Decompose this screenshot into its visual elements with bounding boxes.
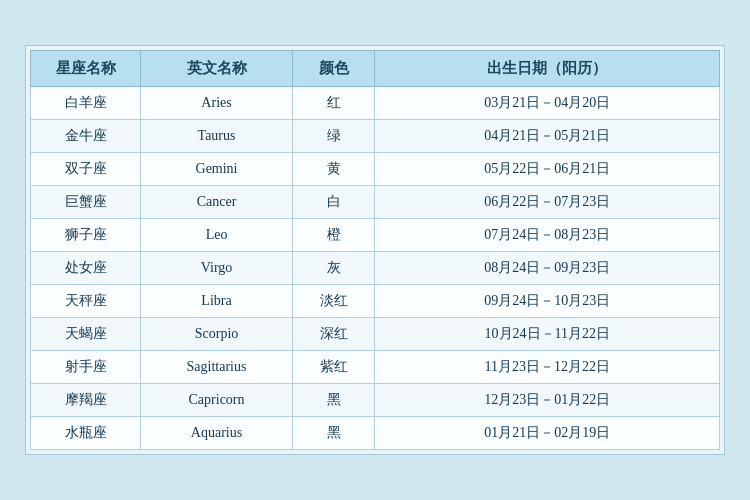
cell-color: 红 xyxy=(292,87,375,120)
cell-color: 淡红 xyxy=(292,285,375,318)
cell-english-name: Libra xyxy=(141,285,293,318)
cell-color: 深红 xyxy=(292,318,375,351)
cell-color: 黄 xyxy=(292,153,375,186)
cell-english-name: Aries xyxy=(141,87,293,120)
table-row: 双子座Gemini黄05月22日－06月21日 xyxy=(31,153,720,186)
cell-birth-dates: 06月22日－07月23日 xyxy=(375,186,720,219)
header-chinese-name: 星座名称 xyxy=(31,51,141,87)
table-row: 狮子座Leo橙07月24日－08月23日 xyxy=(31,219,720,252)
header-color: 颜色 xyxy=(292,51,375,87)
cell-chinese-name: 狮子座 xyxy=(31,219,141,252)
zodiac-table: 星座名称 英文名称 颜色 出生日期（阳历） 白羊座Aries红03月21日－04… xyxy=(30,50,720,450)
cell-birth-dates: 05月22日－06月21日 xyxy=(375,153,720,186)
table-row: 白羊座Aries红03月21日－04月20日 xyxy=(31,87,720,120)
cell-birth-dates: 11月23日－12月22日 xyxy=(375,351,720,384)
cell-chinese-name: 白羊座 xyxy=(31,87,141,120)
cell-birth-dates: 01月21日－02月19日 xyxy=(375,417,720,450)
cell-chinese-name: 天秤座 xyxy=(31,285,141,318)
cell-chinese-name: 巨蟹座 xyxy=(31,186,141,219)
cell-chinese-name: 射手座 xyxy=(31,351,141,384)
cell-color: 紫红 xyxy=(292,351,375,384)
cell-chinese-name: 水瓶座 xyxy=(31,417,141,450)
cell-birth-dates: 12月23日－01月22日 xyxy=(375,384,720,417)
cell-birth-dates: 09月24日－10月23日 xyxy=(375,285,720,318)
header-english-name: 英文名称 xyxy=(141,51,293,87)
cell-color: 黑 xyxy=(292,417,375,450)
cell-color: 橙 xyxy=(292,219,375,252)
cell-english-name: Cancer xyxy=(141,186,293,219)
zodiac-table-container: 星座名称 英文名称 颜色 出生日期（阳历） 白羊座Aries红03月21日－04… xyxy=(25,45,725,455)
cell-color: 黑 xyxy=(292,384,375,417)
table-row: 天蝎座Scorpio深红10月24日－11月22日 xyxy=(31,318,720,351)
cell-birth-dates: 07月24日－08月23日 xyxy=(375,219,720,252)
cell-chinese-name: 天蝎座 xyxy=(31,318,141,351)
cell-birth-dates: 04月21日－05月21日 xyxy=(375,120,720,153)
table-row: 水瓶座Aquarius黑01月21日－02月19日 xyxy=(31,417,720,450)
cell-chinese-name: 处女座 xyxy=(31,252,141,285)
cell-english-name: Leo xyxy=(141,219,293,252)
cell-english-name: Scorpio xyxy=(141,318,293,351)
cell-birth-dates: 08月24日－09月23日 xyxy=(375,252,720,285)
table-header-row: 星座名称 英文名称 颜色 出生日期（阳历） xyxy=(31,51,720,87)
table-row: 处女座Virgo灰08月24日－09月23日 xyxy=(31,252,720,285)
cell-english-name: Aquarius xyxy=(141,417,293,450)
cell-english-name: Gemini xyxy=(141,153,293,186)
table-row: 巨蟹座Cancer白06月22日－07月23日 xyxy=(31,186,720,219)
cell-birth-dates: 10月24日－11月22日 xyxy=(375,318,720,351)
cell-english-name: Sagittarius xyxy=(141,351,293,384)
cell-chinese-name: 金牛座 xyxy=(31,120,141,153)
cell-color: 灰 xyxy=(292,252,375,285)
cell-chinese-name: 摩羯座 xyxy=(31,384,141,417)
cell-birth-dates: 03月21日－04月20日 xyxy=(375,87,720,120)
cell-english-name: Virgo xyxy=(141,252,293,285)
table-row: 摩羯座Capricorn黑12月23日－01月22日 xyxy=(31,384,720,417)
cell-chinese-name: 双子座 xyxy=(31,153,141,186)
table-row: 天秤座Libra淡红09月24日－10月23日 xyxy=(31,285,720,318)
cell-english-name: Taurus xyxy=(141,120,293,153)
cell-color: 白 xyxy=(292,186,375,219)
cell-color: 绿 xyxy=(292,120,375,153)
header-birth-date: 出生日期（阳历） xyxy=(375,51,720,87)
table-row: 金牛座Taurus绿04月21日－05月21日 xyxy=(31,120,720,153)
cell-english-name: Capricorn xyxy=(141,384,293,417)
table-row: 射手座Sagittarius紫红11月23日－12月22日 xyxy=(31,351,720,384)
